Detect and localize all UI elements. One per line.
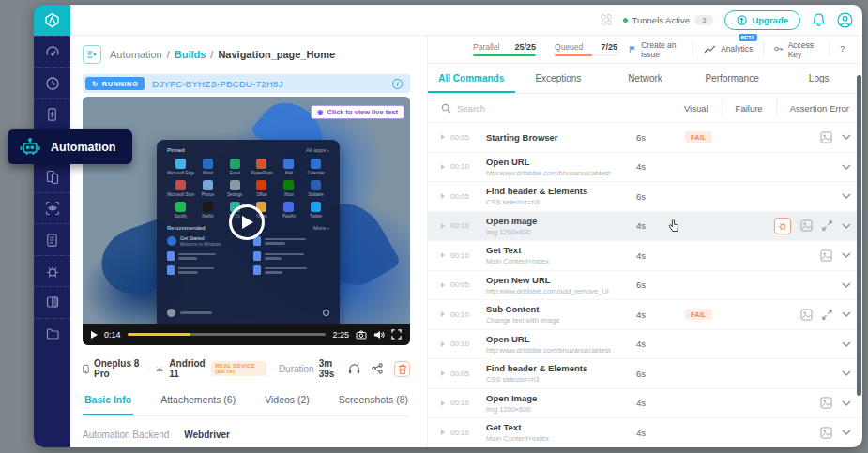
lambdatest-logo[interactable] (34, 5, 70, 36)
headset-icon[interactable] (348, 363, 360, 374)
command-duration: 4s (636, 428, 685, 438)
access-key-button[interactable]: Access Key (763, 41, 829, 57)
help-button[interactable]: ? (829, 41, 855, 57)
chevron-down-icon[interactable] (842, 193, 851, 199)
row-play-icon[interactable] (441, 311, 445, 317)
tab-screenshots[interactable]: Screenshots (8) (337, 391, 410, 415)
bell-icon[interactable] (812, 12, 826, 27)
report-bug-button[interactable] (774, 218, 791, 234)
filter-visual[interactable]: Visual (671, 99, 722, 116)
command-row[interactable]: 00:10 Open URLhttp:www.dribbble.com/bhuv… (428, 330, 862, 360)
filter-assertion-error[interactable]: Assertion Error (776, 99, 862, 116)
chevron-down-icon[interactable] (842, 134, 851, 140)
row-play-icon[interactable] (441, 341, 445, 347)
command-row[interactable]: 00:10 Get TextMain Content+index 4s (428, 241, 862, 271)
sidebar-item-visual-ui[interactable] (34, 192, 70, 223)
sidebar-item-realtime[interactable] (34, 67, 70, 98)
user-avatar-icon[interactable] (837, 12, 853, 28)
upgrade-button[interactable]: Upgrade (724, 10, 800, 30)
tab-videos[interactable]: Videos (2) (263, 391, 312, 415)
command-row[interactable]: 00:10 Open URLhttp:www.dribbble.com/bhuv… (428, 153, 862, 183)
row-play-icon[interactable] (441, 134, 445, 140)
expand-icon[interactable] (822, 220, 832, 231)
screenshot-icon[interactable] (800, 309, 813, 321)
chevron-down-icon[interactable] (842, 223, 851, 229)
screenshot-icon[interactable] (820, 427, 832, 439)
screenshot-icon[interactable] (800, 219, 813, 232)
sidebar-item-dashboard[interactable] (34, 36, 70, 67)
row-play-icon[interactable] (441, 370, 445, 376)
tab-performance[interactable]: Performance (689, 64, 776, 93)
app-icon (256, 159, 266, 169)
queued-stat: Queued 7/25 (555, 42, 617, 57)
fullscreen-icon[interactable] (391, 329, 402, 340)
info-icon[interactable]: i (392, 79, 403, 89)
chevron-down-icon[interactable] (842, 400, 851, 406)
sidebar-item-projects[interactable] (34, 318, 70, 349)
share-icon[interactable] (372, 363, 383, 374)
breadcrumb-builds[interactable]: Builds (175, 49, 206, 60)
recommended-item (253, 265, 330, 275)
delete-button[interactable] (394, 361, 410, 377)
volume-icon[interactable] (373, 330, 385, 340)
camera-icon[interactable] (356, 330, 367, 340)
row-play-icon[interactable] (441, 400, 445, 406)
chevron-down-icon[interactable] (842, 341, 851, 347)
progress-bar[interactable] (128, 333, 327, 336)
row-play-icon[interactable] (441, 282, 445, 288)
command-row[interactable]: 00:05 Starting Browser 6s FAIL (428, 123, 862, 153)
clock-icon (45, 76, 60, 91)
chevron-down-icon[interactable] (842, 252, 851, 258)
expand-icon[interactable] (822, 310, 832, 320)
apps-grid-icon[interactable] (601, 14, 612, 25)
chevron-down-icon[interactable] (842, 282, 851, 288)
create-issue-button[interactable]: Create an issue (617, 41, 693, 57)
sidebar-item-lt-browser[interactable] (34, 223, 70, 254)
tab-basic-info[interactable]: Basic Info (83, 391, 133, 415)
command-row[interactable]: 00:05 Find header & ElementsCSS selector… (428, 182, 862, 212)
scrollbar-thumb[interactable] (857, 75, 861, 396)
command-row[interactable]: 00:05 Open New URLhttp:www.dribbble.com/… (428, 271, 862, 301)
command-row[interactable]: 00:10 Get TextMain Content+index 4s (428, 418, 862, 447)
live-test-badge[interactable]: ◉ Click to view live test (311, 105, 404, 119)
sidebar-item-app-live[interactable] (34, 98, 70, 129)
chevron-down-icon[interactable] (842, 370, 851, 376)
video-play-button[interactable] (229, 204, 265, 240)
chevron-down-icon[interactable] (842, 430, 851, 435)
screenshot-icon[interactable] (820, 397, 832, 409)
tab-attachements[interactable]: Attachements (6) (159, 391, 237, 415)
row-play-icon[interactable] (441, 252, 445, 258)
sidebar-item-app-testing[interactable] (34, 161, 70, 192)
tab-logs[interactable]: Logs (775, 64, 862, 93)
command-row[interactable]: 00:10 Open Imageimg 1200×600 4s (428, 389, 862, 419)
tab-all-commands[interactable]: All Commands (428, 64, 515, 93)
search-box[interactable] (441, 103, 671, 113)
row-play-icon[interactable] (441, 193, 445, 199)
row-play-icon[interactable] (441, 164, 445, 170)
tunnels-status[interactable]: Tunnels Active 3 (623, 15, 714, 25)
breadcrumb-separator: / (167, 49, 170, 60)
running-badge: ↻ RUNNING (85, 77, 145, 90)
screenshot-icon[interactable] (820, 131, 832, 143)
control-play-icon[interactable] (91, 331, 98, 339)
row-play-icon[interactable] (441, 430, 445, 435)
chevron-down-icon[interactable] (842, 164, 851, 170)
filter-failure[interactable]: Failure (722, 99, 776, 116)
search-input[interactable] (457, 103, 598, 113)
sidebar-item-smart-ui[interactable] (34, 286, 70, 317)
sidebar-item-bug-tracker[interactable] (34, 255, 70, 286)
panel-toggle-button[interactable] (83, 45, 101, 64)
command-subtitle: CSS selector=h3 (486, 198, 636, 206)
tab-network[interactable]: Network (602, 64, 689, 93)
app-tile: PowerPoint (249, 159, 276, 175)
command-row[interactable]: 00:10 Open Imageimg 1200×600 4s (428, 212, 862, 242)
chevron-down-icon[interactable] (842, 311, 851, 317)
row-play-icon[interactable] (441, 223, 445, 229)
command-row[interactable]: 00:10 Sub ContentChange text with image … (428, 300, 862, 330)
screenshot-icon[interactable] (820, 249, 832, 262)
analytics-button[interactable]: BETA Analytics (693, 41, 763, 57)
breadcrumb-automation[interactable]: Automation (110, 49, 162, 60)
command-row[interactable]: 00:05 Find header & ElementsCSS selector… (428, 359, 862, 389)
app-tile: Mail (275, 159, 302, 175)
tab-exceptions[interactable]: Exceptions (515, 64, 602, 93)
